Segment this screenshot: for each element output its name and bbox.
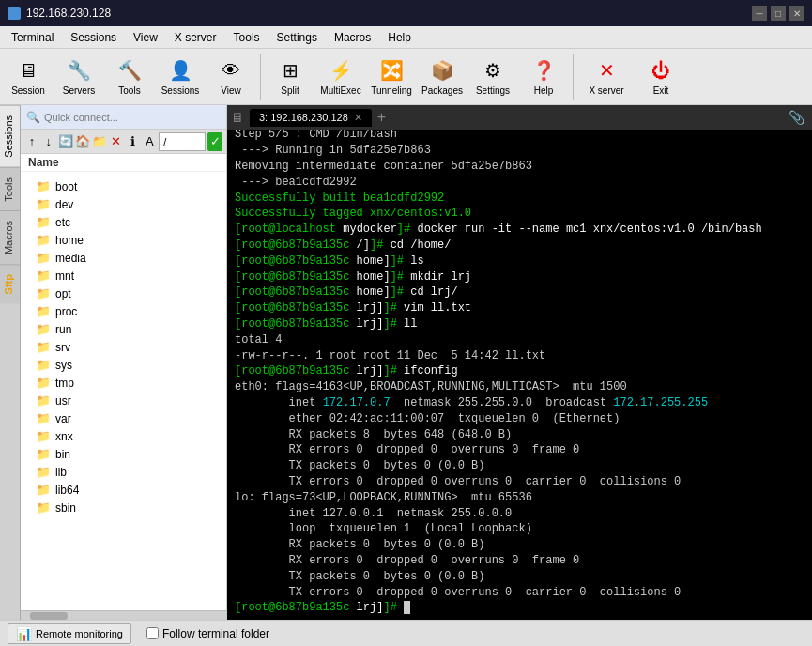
tools-button[interactable]: 🔨 Tools [105,52,154,102]
tree-item[interactable]: 📁home [21,231,226,249]
multiexec-icon: ⚡ [328,57,354,84]
session-button[interactable]: 🖥 Session [4,52,53,102]
download-button[interactable]: ↓ [41,132,56,151]
menu-view[interactable]: View [126,29,165,46]
folder-name: mnt [55,269,74,283]
menu-tools[interactable]: Tools [226,29,268,46]
remote-monitoring-button[interactable]: 📊 Remote monitoring [8,623,131,644]
terminal-line: [root@6b87b9a135c lrj]]# ll [235,316,804,332]
tree-item[interactable]: 📁xnx [21,427,226,445]
folder-name: run [55,323,71,336]
menu-macros[interactable]: Macros [327,29,378,46]
settings-button[interactable]: ⚙ Settings [468,52,517,102]
tree-item[interactable]: 📁sys [21,356,226,374]
tree-header: Name [21,154,226,172]
tree-item[interactable]: 📁proc [21,302,226,320]
multiexec-label: MultiExec [320,85,360,96]
folder-name: lib [55,466,67,479]
tree-item[interactable]: 📁lib [21,463,226,481]
folder-icon: 📁 [36,411,51,425]
maximize-button[interactable]: □ [771,6,786,21]
menu-terminal[interactable]: Terminal [4,29,61,46]
xserver-icon: ✕ [593,57,620,84]
menu-sessions[interactable]: Sessions [63,29,124,46]
tree-item[interactable]: 📁srv [21,338,226,356]
upload-button[interactable]: ↑ [24,132,39,151]
sidebar-tab-sessions[interactable]: Sessions [0,105,20,167]
close-button[interactable]: ✕ [789,6,804,21]
tree-item[interactable]: 📁etc [21,213,226,231]
monitor-icon: 📊 [16,626,32,641]
sidebar-tab-tools[interactable]: Tools [0,167,20,211]
folder-name: opt [55,287,71,300]
follow-folder-checkbox[interactable] [146,627,159,639]
servers-button[interactable]: 🔧 Servers [54,52,103,102]
view-button[interactable]: 👁 View [207,52,255,102]
tree-item[interactable]: 📁boot [21,177,226,195]
folder-name: dev [55,198,73,211]
exit-label: Exit [653,85,669,96]
help-button[interactable]: ❓ Help [519,52,568,102]
folder-icon: 📁 [36,393,51,408]
menu-xserver[interactable]: X server [167,29,224,46]
home-button[interactable]: 🏠 [75,132,90,151]
file-panel: 🔍 ↑ ↓ 🔄 🏠 📁 ✕ ℹ A ✓ Name 📁boot📁dev📁etc📁h… [21,105,227,620]
paperclip-icon[interactable]: 📎 [789,110,804,125]
tree-item[interactable]: 📁var [21,409,226,427]
tree-item[interactable]: 📁sbin [21,499,226,516]
exit-button[interactable]: ⏻ Exit [636,52,685,102]
horizontal-scrollbar[interactable] [21,610,226,620]
new-folder-button[interactable]: 📁 [92,132,107,151]
sessions-button[interactable]: 👤 Sessions [156,52,205,102]
packages-icon: 📦 [429,57,455,84]
tree-item[interactable]: 📁media [21,249,226,267]
file-tree[interactable]: 📁boot📁dev📁etc📁home📁media📁mnt📁opt📁proc📁ru… [21,174,226,610]
terminal-content[interactable]: Complete!Removing intermediate container… [227,130,812,620]
tree-item[interactable]: 📁usr [21,392,226,409]
path-input[interactable] [159,132,206,151]
sidebar-tab-macros[interactable]: Macros [0,210,20,264]
folder-icon: 📁 [36,358,51,372]
go-button[interactable]: ✓ [207,132,222,151]
packages-button[interactable]: 📦 Packages [418,52,467,102]
folder-name: proc [55,305,77,318]
remote-monitoring-label: Remote monitoring [36,628,123,639]
folder-icon: 📁 [36,340,51,354]
terminal-tab-active[interactable]: 3: 192.168.230.128 ✕ [250,109,372,127]
sidebar-tab-sftp[interactable]: Sftp [0,264,20,303]
multiexec-button[interactable]: ⚡ MultiExec [316,52,365,102]
xserver-label: X server [589,85,623,96]
tree-item[interactable]: 📁tmp [21,374,226,392]
properties-button[interactable]: ℹ [125,132,140,151]
session-icon: 🖥 [15,57,41,84]
terminal-line: TX packets 0 bytes 0 (0.0 B) [235,458,804,474]
split-button[interactable]: ⊞ Split [266,52,314,102]
terminal-line: [root@6b87b9a135c /]]# cd /home/ [235,238,804,254]
refresh-button[interactable]: 🔄 [58,132,73,151]
tree-item[interactable]: 📁mnt [21,267,226,285]
menu-settings[interactable]: Settings [269,29,325,46]
follow-folder-checkbox-area[interactable]: Follow terminal folder [146,627,269,640]
name-column-header: Name [28,156,59,169]
help-icon: ❓ [530,57,557,84]
terminal-tab-close[interactable]: ✕ [354,112,362,124]
tree-item[interactable]: 📁bin [21,445,226,463]
settings-label: Settings [476,85,510,96]
tree-item[interactable]: 📁dev [21,195,226,213]
title-bar: 192.168.230.128 ─ □ ✕ [0,0,812,26]
terminal-line: RX errors 0 dropped 0 overruns 0 frame 0 [235,553,804,569]
help-label: Help [534,85,554,96]
new-terminal-button[interactable]: + [374,109,390,126]
tree-item[interactable]: 📁run [21,320,226,338]
minimize-button[interactable]: ─ [752,6,767,21]
session-label: Session [11,85,45,96]
xserver-button[interactable]: ✕ X server [578,52,635,102]
menu-help[interactable]: Help [380,29,419,46]
tree-item[interactable]: 📁opt [21,285,226,302]
tree-item[interactable]: 📁lib64 [21,481,226,499]
main-area: Sessions Tools Macros Sftp 🔍 ↑ ↓ 🔄 🏠 📁 ✕… [0,105,812,620]
filter-button[interactable]: A [142,132,157,151]
quick-connect-input[interactable] [44,112,221,123]
tunneling-button[interactable]: 🔀 Tunneling [367,52,416,102]
delete-button[interactable]: ✕ [109,132,124,151]
